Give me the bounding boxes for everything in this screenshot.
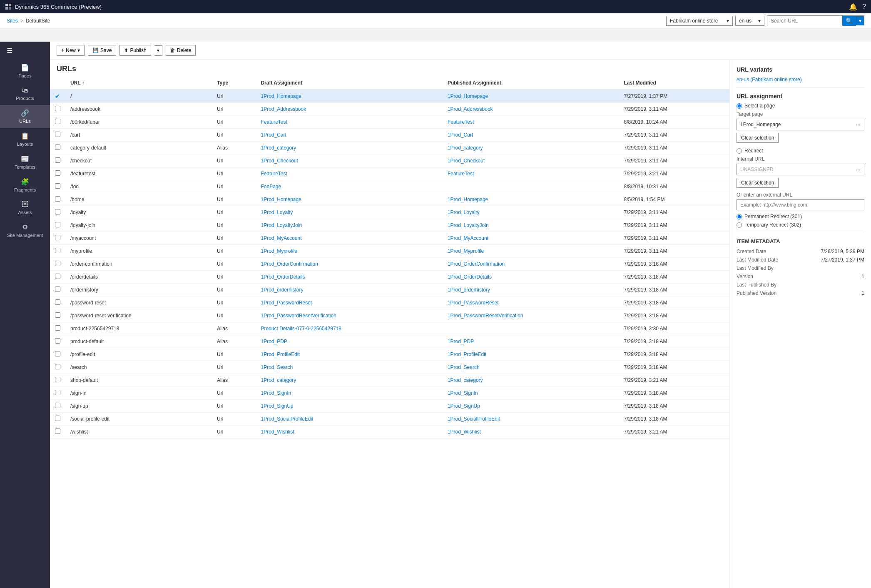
row-draft[interactable]: 1Prod_OrderConfirmation [256,258,442,271]
published-link[interactable]: FeatureTest [448,171,474,177]
row-draft[interactable]: 1Prod_SignUp [256,400,442,413]
row-checkbox[interactable] [55,312,60,318]
sidebar-item-templates[interactable]: 📰 Templates [0,151,50,174]
published-link[interactable]: FeatureTest [448,119,474,125]
row-checkbox[interactable] [55,299,60,305]
published-link[interactable]: 1Prod_ProfileEdit [448,351,486,357]
row-checkbox[interactable] [55,235,60,240]
row-published[interactable]: 1Prod_MyAccount [443,232,619,245]
row-checkbox[interactable] [55,390,60,395]
row-checkbox[interactable] [55,183,60,189]
table-row[interactable]: /password-resetUrl1Prod_PasswordReset1Pr… [50,296,729,309]
row-published[interactable] [443,322,619,335]
published-link[interactable]: 1Prod_MyAccount [448,235,488,241]
row-published[interactable] [443,180,619,193]
row-published[interactable]: 1Prod_Search [443,361,619,374]
row-published[interactable]: 1Prod_Homepage [443,90,619,103]
hamburger-menu[interactable]: ☰ [0,42,50,60]
row-checkbox[interactable] [55,287,60,292]
row-published[interactable]: 1Prod_SignUp [443,400,619,413]
row-draft[interactable]: 1Prod_Homepage [256,90,442,103]
table-row[interactable]: /searchUrl1Prod_Search1Prod_Search7/29/2… [50,361,729,374]
published-link[interactable]: 1Prod_Loyalty [448,209,480,215]
lang-selector[interactable]: en-us ▾ [735,16,764,26]
draft-link[interactable]: Product Details-077-0-22565429718 [261,326,341,331]
draft-link[interactable]: FooPage [261,184,281,189]
published-link[interactable]: 1Prod_SocialProfileEdit [448,416,500,422]
publish-dropdown-button[interactable]: ▾ [154,45,162,56]
row-draft[interactable]: 1Prod_LoyaltyJoin [256,219,442,232]
draft-link[interactable]: 1Prod_orderhistory [261,287,303,293]
published-link[interactable]: 1Prod_category [448,377,483,383]
row-draft[interactable]: 1Prod_Addressbook [256,103,442,116]
save-button[interactable]: 💾 Save [88,45,116,56]
breadcrumb-sites[interactable]: Sites [7,18,18,24]
row-published[interactable]: FeatureTest [443,167,619,180]
row-checkbox[interactable] [55,106,60,111]
radio-permanent[interactable] [737,214,742,219]
row-published[interactable]: 1Prod_PasswordReset [443,296,619,309]
row-checkbox[interactable] [55,248,60,253]
row-draft[interactable]: 1Prod_Search [256,361,442,374]
row-checkbox[interactable] [55,222,60,227]
published-link[interactable]: 1Prod_SignIn [448,390,478,396]
published-link[interactable]: 1Prod_Checkout [448,158,485,164]
table-row[interactable]: /sign-upUrl1Prod_SignUp1Prod_SignUp7/29/… [50,400,729,413]
row-checkbox[interactable] [55,351,60,356]
row-published[interactable]: 1Prod_PasswordResetVerification [443,309,619,322]
row-draft[interactable]: 1Prod_category [256,374,442,387]
row-published[interactable]: 1Prod_PDP [443,335,619,348]
row-draft[interactable]: FeatureTest [256,116,442,129]
row-published[interactable]: 1Prod_OrderDetails [443,271,619,284]
draft-link[interactable]: 1Prod_Cart [261,132,286,138]
draft-link[interactable]: 1Prod_OrderConfirmation [261,261,318,267]
published-link[interactable]: 1Prod_PasswordReset [448,300,499,306]
row-checkbox[interactable] [55,338,60,344]
row-published[interactable]: 1Prod_SignIn [443,387,619,400]
table-row[interactable]: product-22565429718AliasProduct Details-… [50,322,729,335]
published-link[interactable]: 1Prod_orderhistory [448,287,490,293]
external-url-input[interactable] [737,199,864,210]
published-link[interactable]: 1Prod_PDP [448,339,474,344]
row-checkbox[interactable] [55,119,60,124]
published-link[interactable]: 1Prod_SignUp [448,403,480,409]
draft-link[interactable]: FeatureTest [261,119,287,125]
row-checkbox[interactable] [55,209,60,214]
row-draft[interactable]: FooPage [256,180,442,193]
row-draft[interactable]: 1Prod_PDP [256,335,442,348]
sidebar-item-fragments[interactable]: 🧩 Fragments [0,174,50,197]
row-draft[interactable]: 1Prod_OrderDetails [256,271,442,284]
col-url[interactable]: URL ↑ [65,77,212,90]
draft-link[interactable]: 1Prod_PasswordReset [261,300,312,306]
row-checkbox[interactable] [55,157,60,163]
row-published[interactable]: 1Prod_Cart [443,129,619,142]
row-draft[interactable]: FeatureTest [256,167,442,180]
row-published[interactable]: 1Prod_SocialProfileEdit [443,413,619,426]
row-checkbox[interactable] [55,132,60,137]
draft-link[interactable]: 1Prod_LoyaltyJoin [261,222,302,228]
draft-link[interactable]: 1Prod_Loyalty [261,209,293,215]
table-row[interactable]: /homeUrl1Prod_Homepage1Prod_Homepage8/5/… [50,193,729,206]
table-row[interactable]: /cartUrl1Prod_Cart1Prod_Cart7/29/2019, 3… [50,129,729,142]
row-checkbox[interactable] [55,325,60,331]
radio-select-page[interactable] [737,103,742,109]
draft-link[interactable]: 1Prod_category [261,145,296,151]
table-row[interactable]: /orderhistoryUrl1Prod_orderhistory1Prod_… [50,284,729,296]
row-draft[interactable]: 1Prod_SignIn [256,387,442,400]
table-row[interactable]: /orderdetailsUrl1Prod_OrderDetails1Prod_… [50,271,729,284]
row-published[interactable]: 1Prod_Loyalty [443,206,619,219]
row-published[interactable]: 1Prod_category [443,374,619,387]
draft-link[interactable]: 1Prod_Homepage [261,197,301,202]
row-published[interactable]: 1Prod_Homepage [443,193,619,206]
row-checkbox[interactable] [55,145,60,150]
row-published[interactable]: 1Prod_OrderConfirmation [443,258,619,271]
radio-redirect[interactable] [737,148,742,154]
table-row[interactable]: /loyalty-joinUrl1Prod_LoyaltyJoin1Prod_L… [50,219,729,232]
table-row[interactable]: /myprofileUrl1Prod_Myprofile1Prod_Myprof… [50,245,729,258]
help-icon[interactable]: ? [862,3,866,10]
row-published[interactable]: 1Prod_Myprofile [443,245,619,258]
table-row[interactable]: /sign-inUrl1Prod_SignIn1Prod_SignIn7/29/… [50,387,729,400]
table-row[interactable]: /social-profile-editUrl1Prod_SocialProfi… [50,413,729,426]
published-link[interactable]: 1Prod_Homepage [448,93,488,99]
draft-link[interactable]: 1Prod_OrderDetails [261,274,305,280]
